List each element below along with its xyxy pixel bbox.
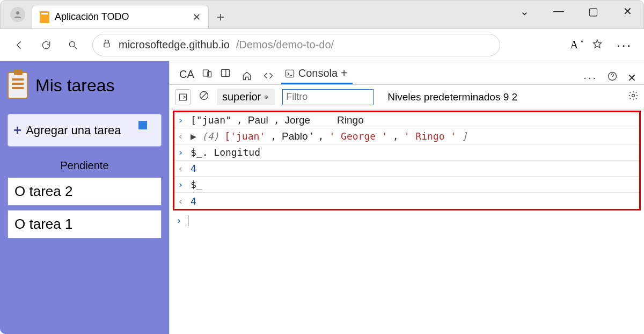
chevron-right-icon: › [178,147,185,158]
browser-toolbar: microsoftedge.github.io/Demos/demo-to-do… [0,29,644,61]
console-output[interactable]: › ["juan" , Paul , Jorge Ringo ‹ ▶ (4) [… [170,110,644,334]
new-tab-button[interactable]: ＋ [209,5,232,28]
context-selector[interactable]: superior [217,89,275,105]
todo-app: Mis tareas + Agregar una tarea Pendiente… [0,61,169,334]
chevron-right-icon: › [176,215,184,226]
refresh-button[interactable] [39,38,54,53]
tab-console[interactable]: Consola + [281,64,353,84]
chevron-left-icon: ‹ [178,163,185,174]
tab-title: Aplicación TODO [55,11,129,23]
task-label: tarea 1 [29,216,72,232]
svg-rect-5 [221,69,229,76]
toggle-sidebar-button[interactable] [175,89,191,105]
window-close-button[interactable]: ✕ [618,5,637,18]
console-output-line: ‹ 4 [174,193,639,209]
chevron-right-icon: › [178,114,185,126]
window-controls: ⌄ — ▢ ✕ [515,5,637,18]
add-task-button[interactable]: + Agregar una tarea [8,114,162,147]
console-toolbar: superior Niveles predeterminados 9 2 [170,85,644,110]
pending-header: Pendiente [8,159,162,172]
tab-console-label: Consola [298,67,338,79]
more-tools-button[interactable]: ··· [583,71,597,84]
filter-input[interactable] [282,89,374,105]
profile-avatar[interactable] [10,7,25,22]
task-item[interactable]: O tarea 2 [8,177,162,206]
app-title: Mis tareas [35,76,115,96]
clipboard-icon [8,72,28,99]
tab-elements[interactable] [260,67,279,84]
console-settings-button[interactable] [628,90,639,104]
expand-icon[interactable]: ▶ [191,130,196,142]
svg-point-1 [69,41,75,47]
svg-point-0 [16,11,19,14]
task-item[interactable]: O tarea 1 [8,210,162,238]
address-bar[interactable]: microsoftedge.github.io/Demos/demo-to-do… [92,34,500,56]
address-path: /Demos/demo-to-do/ [236,39,334,51]
devtools-tabstrip: CA Consola + ··· ✕ [170,61,644,85]
selection-marker [138,121,147,129]
lock-icon [101,38,112,52]
plus-icon: + [13,122,21,139]
back-button[interactable] [12,38,27,53]
svg-rect-2 [104,43,109,47]
context-label: superior [222,91,261,103]
chevron-left-icon: ‹ [178,130,185,142]
more-button[interactable]: ··· [617,38,632,53]
add-task-label: Agregar una tarea [26,124,121,137]
warnings-count: 2 [512,91,518,103]
tab-close-icon[interactable]: ✕ [193,11,201,23]
devtools-locale-badge[interactable]: CA [179,68,194,81]
chevron-left-icon: ‹ [178,195,185,207]
window-titlebar: Aplicación TODO ✕ ＋ ⌄ — ▢ ✕ [0,0,644,29]
console-input-line: › $_. Longitud [174,144,639,161]
address-host: microsoftedge.github.io [119,39,230,51]
help-button[interactable] [607,71,618,84]
console-output-line: ‹ 4 [174,161,639,177]
svg-point-13 [266,97,267,97]
clear-console-button[interactable] [199,90,209,104]
highlighted-region: › ["juan" , Paul , Jorge Ringo ‹ ▶ (4) [… [173,111,641,210]
issues-count: 9 [503,91,509,103]
log-levels-selector[interactable]: Niveles predeterminados 9 2 [387,91,517,103]
tab-favicon [40,11,49,23]
tab-plus[interactable]: + [341,67,347,79]
svg-rect-7 [286,70,294,77]
tab-welcome[interactable] [238,67,258,84]
device-toolbar-icon[interactable] [202,68,213,81]
console-prompt[interactable]: › [173,210,641,230]
svg-point-14 [632,95,635,97]
task-label: tarea 2 [29,183,72,199]
devtools-panel: CA Consola + ··· ✕ [169,61,644,334]
read-aloud-button[interactable]: A» [570,39,578,51]
browser-tab-active[interactable]: Aplicación TODO ✕ [32,5,209,28]
devtools-close-button[interactable]: ✕ [627,71,636,84]
svg-line-11 [201,93,207,98]
window-maximize-button[interactable]: ▢ [583,5,603,18]
text-cursor [188,215,188,226]
favorite-button[interactable] [592,39,603,52]
console-output-line[interactable]: ‹ ▶ (4) ['juan' , Pablo ' , ' George ' ,… [174,128,639,144]
console-input-line: › $_ [174,177,639,193]
tab-strip: Aplicación TODO ✕ ＋ [32,1,232,28]
window-dropdown-icon[interactable]: ⌄ [515,5,534,18]
window-minimize-button[interactable]: — [549,5,568,18]
console-input-line: › ["juan" , Paul , Jorge Ringo [174,112,639,128]
chevron-right-icon: › [178,179,185,190]
dock-side-icon[interactable] [220,68,231,81]
search-button[interactable] [65,38,80,53]
